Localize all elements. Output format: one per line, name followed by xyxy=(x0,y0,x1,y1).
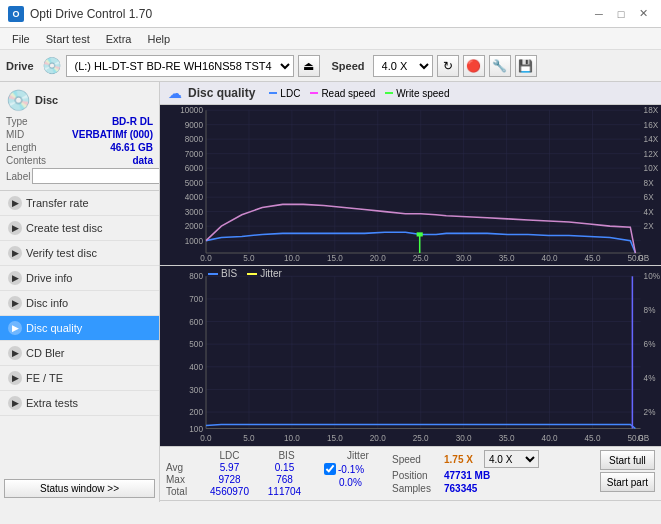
svg-text:500: 500 xyxy=(189,341,203,350)
start-part-button[interactable]: Start part xyxy=(600,472,655,492)
svg-text:30.0: 30.0 xyxy=(456,434,472,443)
save-button[interactable]: 💾 xyxy=(515,55,537,77)
svg-text:40.0: 40.0 xyxy=(542,254,558,263)
minimize-button[interactable]: ─ xyxy=(589,5,609,23)
sidebar-label-create-test-disc: Create test disc xyxy=(26,222,102,234)
sidebar-label-fe-te: FE / TE xyxy=(26,372,63,384)
menu-file[interactable]: File xyxy=(4,31,38,47)
sidebar-label-drive-info: Drive info xyxy=(26,272,72,284)
toolbar: Drive 💿 (L:) HL-DT-ST BD-RE WH16NS58 TST… xyxy=(0,50,661,82)
sidebar-label-transfer-rate: Transfer rate xyxy=(26,197,89,209)
start-full-button[interactable]: Start full xyxy=(600,450,655,470)
disc-mid-row: MID VERBATIMf (000) xyxy=(6,129,153,140)
progress-bar-container: Test completed 100.0% 62:47 xyxy=(160,500,661,502)
eject-button[interactable]: ⏏ xyxy=(298,55,320,77)
speed-label: Speed xyxy=(392,454,440,465)
sidebar-item-drive-info[interactable]: ▶ Drive info xyxy=(0,266,159,291)
menu-help[interactable]: Help xyxy=(139,31,178,47)
sidebar-item-verify-test-disc[interactable]: ▶ Verify test disc xyxy=(0,241,159,266)
legend-jitter: Jitter xyxy=(247,268,282,279)
close-button[interactable]: ✕ xyxy=(633,5,653,23)
disc-type-row: Type BD-R DL xyxy=(6,116,153,127)
ldc-label: LDC xyxy=(280,88,300,99)
svg-text:0.0: 0.0 xyxy=(200,434,212,443)
sidebar-item-disc-quality[interactable]: ▶ Disc quality xyxy=(0,316,159,341)
menu-extra[interactable]: Extra xyxy=(98,31,140,47)
svg-text:6000: 6000 xyxy=(185,164,204,173)
svg-text:40.0: 40.0 xyxy=(542,434,558,443)
drive-info-icon: ▶ xyxy=(8,271,22,285)
length-value: 46.61 GB xyxy=(110,142,153,153)
drive-select[interactable]: (L:) HL-DT-ST BD-RE WH16NS58 TST4 xyxy=(66,55,294,77)
svg-text:800: 800 xyxy=(189,273,203,282)
svg-text:45.0: 45.0 xyxy=(585,254,601,263)
sidebar-item-transfer-rate[interactable]: ▶ Transfer rate xyxy=(0,191,159,216)
chart-icon: ☁ xyxy=(168,85,182,101)
svg-text:3000: 3000 xyxy=(185,208,204,217)
sidebar-label-disc-quality: Disc quality xyxy=(26,322,82,334)
menu-start-test[interactable]: Start test xyxy=(38,31,98,47)
type-label: Type xyxy=(6,116,28,127)
jitter-checkbox[interactable] xyxy=(324,463,336,475)
sidebar-item-disc-info[interactable]: ▶ Disc info xyxy=(0,291,159,316)
speed-label: Speed xyxy=(332,60,365,72)
settings-button1[interactable]: 🔴 xyxy=(463,55,485,77)
type-value: BD-R DL xyxy=(112,116,153,127)
ldc-color xyxy=(269,92,277,94)
speed-select-stats[interactable]: 4.0 X xyxy=(484,450,539,468)
svg-text:4X: 4X xyxy=(644,208,655,217)
svg-text:5000: 5000 xyxy=(185,179,204,188)
sidebar-item-fe-te[interactable]: ▶ FE / TE xyxy=(0,366,159,391)
svg-text:9000: 9000 xyxy=(185,121,204,130)
settings-button2[interactable]: 🔧 xyxy=(489,55,511,77)
total-bis: 111704 xyxy=(257,486,312,497)
svg-text:600: 600 xyxy=(189,318,203,327)
maximize-button[interactable]: □ xyxy=(611,5,631,23)
jitter-avg-row: -0.1% xyxy=(324,463,378,475)
mid-label: MID xyxy=(6,129,24,140)
drive-icon: 💿 xyxy=(42,56,62,75)
disc-quality-icon: ▶ xyxy=(8,321,22,335)
drive-label: Drive xyxy=(6,60,34,72)
status-window-button[interactable]: Status window >> xyxy=(4,479,155,498)
disc-title: Disc xyxy=(35,94,58,106)
sidebar-item-create-test-disc[interactable]: ▶ Create test disc xyxy=(0,216,159,241)
speed-value: 1.75 X xyxy=(444,454,480,465)
titlebar-left: O Opti Drive Control 1.70 xyxy=(8,6,152,22)
svg-text:8%: 8% xyxy=(644,307,656,316)
stats-avg-row: Avg 5.97 0.15 xyxy=(166,462,314,473)
svg-rect-54 xyxy=(417,232,423,236)
stats-data: LDC BIS Avg 5.97 0.15 Max 9728 768 Total… xyxy=(166,450,314,497)
svg-text:10.0: 10.0 xyxy=(284,434,300,443)
main-content: 💿 Disc Type BD-R DL MID VERBATIMf (000) … xyxy=(0,82,661,502)
svg-text:35.0: 35.0 xyxy=(499,254,515,263)
position-label: Position xyxy=(392,470,440,481)
stats-max-row: Max 9728 768 xyxy=(166,474,314,485)
disc-length-row: Length 46.61 GB xyxy=(6,142,153,153)
svg-text:0.0: 0.0 xyxy=(200,254,212,263)
stats-bar: LDC BIS Avg 5.97 0.15 Max 9728 768 Total… xyxy=(160,446,661,500)
disc-info-icon: ▶ xyxy=(8,296,22,310)
max-bis: 768 xyxy=(257,474,312,485)
ldc-header: LDC xyxy=(202,450,257,461)
sidebar-item-cd-bler[interactable]: ▶ CD Bler xyxy=(0,341,159,366)
create-test-disc-icon: ▶ xyxy=(8,221,22,235)
cd-bler-icon: ▶ xyxy=(8,346,22,360)
stats-total-row: Total 4560970 111704 xyxy=(166,486,314,497)
avg-bis: 0.15 xyxy=(257,462,312,473)
app-icon: O xyxy=(8,6,24,22)
svg-text:700: 700 xyxy=(189,295,203,304)
label-input[interactable] xyxy=(32,168,160,184)
lower-chart-legend: BIS Jitter xyxy=(208,268,282,279)
window-controls: ─ □ ✕ xyxy=(589,5,653,23)
svg-text:2000: 2000 xyxy=(185,222,204,231)
samples-row: Samples 763345 xyxy=(392,483,539,494)
charts-container: 10000 9000 8000 7000 6000 5000 4000 3000… xyxy=(160,105,661,446)
chart-content: ☁ Disc quality LDC Read speed Write spee… xyxy=(160,82,661,502)
refresh-button[interactable]: ↻ xyxy=(437,55,459,77)
speed-select[interactable]: 4.0 X 1.0 X 2.0 X 8.0 X xyxy=(373,55,433,77)
svg-text:10000: 10000 xyxy=(180,106,203,115)
svg-text:14X: 14X xyxy=(644,135,659,144)
verify-test-disc-icon: ▶ xyxy=(8,246,22,260)
sidebar-item-extra-tests[interactable]: ▶ Extra tests xyxy=(0,391,159,416)
